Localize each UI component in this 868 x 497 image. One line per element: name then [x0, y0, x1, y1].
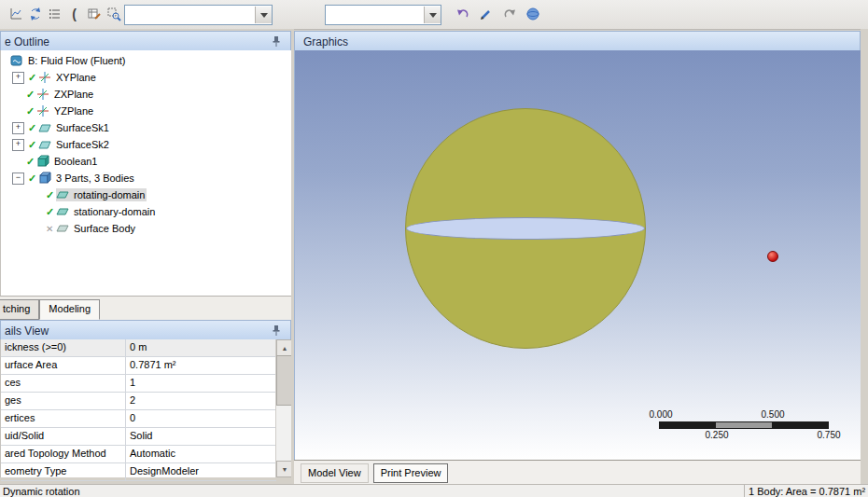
details-view-header: ails View [0, 320, 291, 341]
property-value[interactable]: 1 [126, 375, 276, 392]
table-row: uid/Solid Solid [1, 428, 276, 446]
expand-plus-icon[interactable]: + [12, 72, 24, 84]
collapse-minus-icon[interactable]: − [12, 173, 24, 185]
check-icon: ✓ [46, 206, 56, 218]
pin-icon[interactable] [272, 324, 281, 337]
status-selection-info: 1 Body: Area = 0.7871 m² [744, 485, 868, 497]
tree-item-yzplane[interactable]: ✓ YZPlane [1, 103, 292, 119]
details-table: ickness (>=0) 0 m urface Area 0.7871 m² … [1, 339, 276, 481]
property-value[interactable]: Solid [126, 428, 276, 445]
status-hint: Dynamic rotation [3, 486, 80, 497]
status-bar: Dynamic rotation 1 Body: Area = 0.7871 m… [0, 484, 868, 497]
property-label: uid/Solid [1, 428, 126, 445]
tree-item-surface-body[interactable]: ✕ Surface Body [1, 220, 292, 237]
tree-item-boolean1[interactable]: ✓ Boolean1 [1, 153, 292, 170]
tree-item-xyplane[interactable]: + ✓ XYPlane [1, 69, 292, 86]
grid-edit-icon[interactable] [84, 4, 104, 24]
zoom-select-icon[interactable] [104, 4, 123, 24]
ruler-label: 0.000 [642, 409, 679, 420]
tab-modeling[interactable]: Modeling [39, 299, 100, 320]
parenthesis-icon[interactable]: ( [64, 4, 84, 24]
property-label: ges [1, 393, 126, 409]
tab-print-preview[interactable]: Print Preview [373, 463, 449, 483]
designmodeler-window: ( [0, 0, 868, 497]
check-icon: ✓ [28, 122, 38, 134]
check-icon: ✓ [28, 173, 38, 185]
toolbar: ( [0, 0, 868, 30]
property-value[interactable]: 0 [126, 410, 276, 427]
refresh-icon[interactable] [25, 4, 45, 24]
plane-icon [36, 88, 49, 101]
graph-view-icon[interactable] [6, 4, 25, 24]
table-row: ges 2 [1, 393, 276, 410]
tree-outline-header: e Outline [0, 31, 291, 52]
plane-icon [36, 104, 49, 117]
graphics-header: Graphics [294, 31, 861, 52]
expand-plus-icon[interactable]: + [12, 139, 24, 151]
property-label: ickness (>=0) [1, 339, 126, 356]
tree-item-rotating-domain[interactable]: ✓ rotating-domain [1, 186, 292, 203]
property-label: ared Topology Method [1, 446, 126, 462]
toolbar-combobox-1[interactable] [124, 5, 273, 25]
surface-body-icon [56, 222, 69, 235]
details-view-title: ails View [5, 324, 272, 338]
fluent-project-icon [10, 54, 23, 67]
check-icon: ✓ [26, 89, 36, 101]
details-view: ickness (>=0) 0 m urface Area 0.7871 m² … [0, 339, 292, 477]
check-icon: ✓ [26, 156, 36, 168]
tree-item-surfacesk1[interactable]: + ✓ SurfaceSk1 [1, 119, 292, 136]
tree-item-surfacesk2[interactable]: + ✓ SurfaceSk2 [1, 136, 292, 153]
property-value[interactable]: 0.7871 m² [126, 357, 276, 374]
chevron-down-icon[interactable] [255, 7, 272, 23]
sketch-surface-icon [38, 121, 51, 134]
toolbar-right-group [453, 4, 542, 24]
toolbar-combobox-2[interactable] [325, 5, 441, 25]
tree-item-stationary-domain[interactable]: ✓ stationary-domain [1, 203, 292, 220]
tab-model-view[interactable]: Model View [301, 463, 369, 483]
property-label: eometry Type [1, 463, 126, 480]
property-label: urface Area [1, 357, 126, 374]
property-label: ces [1, 375, 126, 392]
graphics-title: Graphics [303, 35, 856, 48]
disk-surface[interactable] [406, 217, 645, 240]
table-row: ickness (>=0) 0 m [1, 339, 276, 357]
table-row: eometry Type DesignModeler [1, 463, 276, 481]
ruler-bar [659, 421, 829, 429]
pin-icon[interactable] [272, 35, 281, 48]
sphere-icon[interactable] [523, 4, 542, 24]
suppressed-x-icon: ✕ [46, 224, 56, 234]
property-value[interactable]: Automatic [126, 446, 276, 462]
tree-item-fluid-flow[interactable]: B: Fluid Flow (Fluent) [1, 52, 292, 69]
reference-point[interactable] [767, 251, 778, 262]
property-value[interactable]: 0 m [126, 339, 276, 356]
ruler-label: 0.750 [810, 430, 847, 440]
tree-outline-title: e Outline [5, 35, 272, 48]
table-row: ared Topology Method Automatic [1, 446, 276, 463]
boolean-cube-icon [36, 155, 49, 168]
undo-icon[interactable] [453, 4, 472, 24]
table-row: ertices 0 [1, 410, 276, 428]
details-scrollbar[interactable]: ▲ ▼ [275, 339, 292, 477]
tree-item-zxplane[interactable]: ✓ ZXPlane [1, 86, 292, 103]
graphics-canvas[interactable]: 0.000 0.500 0.250 0.750 [294, 50, 862, 461]
tab-sketching[interactable]: tching [0, 299, 39, 320]
brush-icon[interactable] [476, 4, 496, 24]
check-icon: ✓ [46, 189, 56, 201]
tree-outline: B: Fluid Flow (Fluent) + ✓ XYPlane ✓ ZXP… [0, 50, 292, 297]
chevron-down-icon[interactable] [424, 7, 441, 23]
graphics-tabstrip: Model View Print Preview [294, 460, 867, 485]
toolbar-left-group: ( [6, 4, 123, 24]
property-value[interactable]: 2 [126, 393, 276, 409]
tree-item-parts-bodies[interactable]: − ✓ 3 Parts, 3 Bodies [1, 170, 292, 186]
list-icon[interactable] [45, 4, 64, 24]
surface-body-icon [56, 188, 69, 201]
sketch-surface-icon [38, 138, 51, 151]
property-label: ertices [1, 410, 126, 427]
outline-tabstrip: tching Modeling [0, 296, 291, 321]
expand-plus-icon[interactable]: + [12, 122, 24, 134]
plane-icon [38, 71, 51, 84]
property-value[interactable]: DesignModeler [126, 463, 276, 480]
redo-icon[interactable] [499, 4, 519, 24]
left-pane: e Outline B: Fluid Flow (Fluent) + ✓ XYP… [0, 29, 291, 484]
right-gutter [861, 29, 868, 484]
